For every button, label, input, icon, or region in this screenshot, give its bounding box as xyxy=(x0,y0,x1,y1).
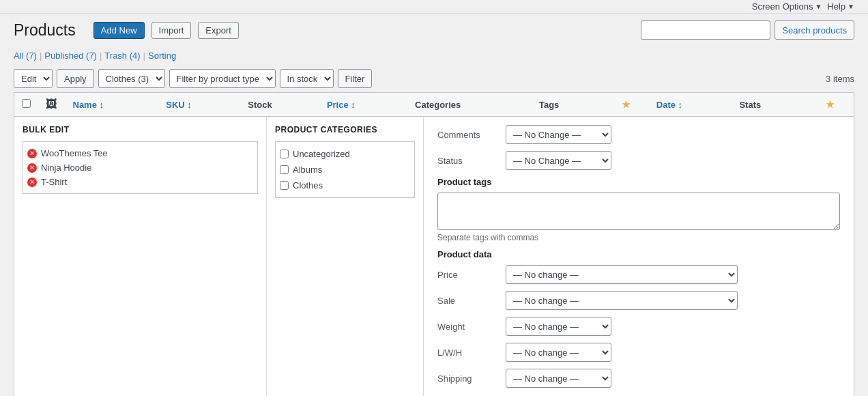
product-name-1: WooThemes Tee xyxy=(41,148,108,158)
bulk-edit-row: BULK EDIT ✕ WooThemes Tee ✕ Nin xyxy=(14,117,854,397)
sku-col[interactable]: SKU ↕ xyxy=(159,93,241,117)
price-select[interactable]: — No change — xyxy=(506,265,738,284)
star1-col[interactable]: ★ xyxy=(603,93,650,117)
add-new-button[interactable]: Add New xyxy=(93,22,145,39)
bulk-edit-title: BULK EDIT xyxy=(23,125,258,135)
img-col: 🖼 xyxy=(39,93,66,117)
weight-field-row: Weight — No change — xyxy=(437,317,840,336)
sale-select[interactable]: — No change — xyxy=(506,291,738,310)
list-item: Uncategorized xyxy=(280,146,410,162)
export-button[interactable]: Export xyxy=(198,22,239,39)
stock-filter[interactable]: In stock xyxy=(280,69,334,88)
import-button[interactable]: Import xyxy=(151,22,192,39)
remove-product-1[interactable]: ✕ xyxy=(27,149,37,158)
apply-button[interactable]: Apply xyxy=(57,69,94,88)
comments-label: Comments xyxy=(437,130,499,140)
remove-product-2[interactable]: ✕ xyxy=(27,163,37,173)
price-label: Price xyxy=(437,270,499,280)
check-all-col xyxy=(14,93,39,117)
name-col[interactable]: Name ↕ xyxy=(66,93,160,117)
star2-icon: ★ xyxy=(826,99,835,110)
cat-clothes-check[interactable] xyxy=(280,181,289,190)
category-filter[interactable]: Clothes (3) xyxy=(98,69,165,88)
products-table: 🖼 Name ↕ SKU ↕ Stock xyxy=(14,92,854,396)
status-select[interactable]: — No Change — xyxy=(506,151,611,170)
img-icon: 🖼 xyxy=(46,98,57,110)
shipping-select[interactable]: — No change — xyxy=(506,369,611,388)
star2-col[interactable]: ★ xyxy=(806,93,854,117)
sub-navigation: All (7) | Published (7) | Trash (4) | So… xyxy=(14,44,854,65)
bulk-action-select[interactable]: Edit xyxy=(14,69,53,88)
product-tags-label: Product tags xyxy=(437,177,840,187)
comments-field-row: Comments — No Change — xyxy=(437,125,840,144)
help-label: Help xyxy=(827,1,845,12)
search-input[interactable] xyxy=(641,20,770,40)
nav-sorting[interactable]: Sorting xyxy=(148,51,176,61)
help-arrow: ▼ xyxy=(848,3,854,10)
screen-options-button[interactable]: Screen Options ▼ xyxy=(752,1,822,12)
tags-section: Product tags Separate tags with commas xyxy=(437,177,840,242)
filter-button[interactable]: Filter xyxy=(338,69,373,88)
product-type-filter[interactable]: Filter by product type xyxy=(169,69,276,88)
name-sort-link[interactable]: Name ↕ xyxy=(73,100,104,110)
price-field-row: Price — No change — xyxy=(437,265,840,284)
lwh-label: L/W/H xyxy=(437,348,499,358)
stats-col: Stats xyxy=(732,93,806,117)
list-item: Clothes xyxy=(280,178,410,193)
product-list-container: ✕ WooThemes Tee ✕ Ninja Hoodie ✕ xyxy=(23,141,258,194)
sale-label: Sale xyxy=(437,296,499,306)
sku-sort-link[interactable]: SKU ↕ xyxy=(166,100,192,110)
cat-clothes-label: Clothes xyxy=(293,180,323,190)
categories-col: Categories xyxy=(408,93,532,117)
product-categories-label: Product categories xyxy=(275,125,415,135)
date-col[interactable]: Date ↕ xyxy=(650,93,733,117)
price-sort-link[interactable]: Price ↕ xyxy=(327,100,356,110)
product-list: ✕ WooThemes Tee ✕ Ninja Hoodie ✕ xyxy=(27,146,253,189)
shipping-label: Shipping xyxy=(437,373,499,384)
cat-uncategorized-label: Uncategorized xyxy=(293,149,350,159)
sale-field-row: Sale — No change — xyxy=(437,291,840,310)
screen-options-arrow: ▼ xyxy=(815,3,822,10)
items-count: 3 items xyxy=(826,74,854,84)
cat-albums-label: Albums xyxy=(293,165,322,175)
comments-select[interactable]: — No Change — xyxy=(506,125,611,144)
page-title: Products xyxy=(14,21,76,40)
filter-bar: Edit Apply Clothes (3) Filter by product… xyxy=(14,65,854,92)
weight-select[interactable]: — No change — xyxy=(506,317,611,336)
tags-hint: Separate tags with commas xyxy=(437,233,840,242)
status-label: Status xyxy=(437,156,499,166)
lwh-field-row: L/W/H — No change — xyxy=(437,343,840,362)
product-data-title: Product data xyxy=(437,249,840,259)
shipping-field-row: Shipping — No change — xyxy=(437,369,840,388)
nav-published[interactable]: Published (7) xyxy=(44,51,97,61)
list-item: ✕ WooThemes Tee xyxy=(27,146,253,160)
screen-options-label: Screen Options xyxy=(752,1,813,12)
lwh-select[interactable]: — No change — xyxy=(506,343,611,362)
weight-label: Weight xyxy=(437,322,499,332)
stock-col: Stock xyxy=(241,93,320,117)
product-name-2: Ninja Hoodie xyxy=(41,162,91,173)
remove-product-3[interactable]: ✕ xyxy=(27,178,37,187)
cat-albums-check[interactable] xyxy=(280,165,289,174)
star1-icon: ★ xyxy=(622,99,631,110)
search-products-button[interactable]: Search products xyxy=(775,20,854,40)
product-tags-input[interactable] xyxy=(437,193,840,230)
list-item: ✕ Ninja Hoodie xyxy=(27,160,253,175)
nav-all[interactable]: All (7) xyxy=(14,51,37,61)
categories-list-container: Uncategorized Albums Clothes xyxy=(275,141,415,198)
cat-uncategorized-check[interactable] xyxy=(280,150,289,158)
categories-list: Uncategorized Albums Clothes xyxy=(280,146,410,193)
price-col[interactable]: Price ↕ xyxy=(320,93,408,117)
list-item: Albums xyxy=(280,162,410,178)
check-all-checkbox[interactable] xyxy=(22,99,31,108)
list-item: ✕ T-Shirt xyxy=(27,175,253,189)
product-name-3: T-Shirt xyxy=(41,177,67,187)
status-field-row: Status — No Change — xyxy=(437,151,840,170)
help-button[interactable]: Help ▼ xyxy=(827,1,854,12)
nav-trash[interactable]: Trash (4) xyxy=(104,51,140,61)
tags-col: Tags xyxy=(532,93,603,117)
date-sort-link[interactable]: Date ↕ xyxy=(656,100,682,110)
